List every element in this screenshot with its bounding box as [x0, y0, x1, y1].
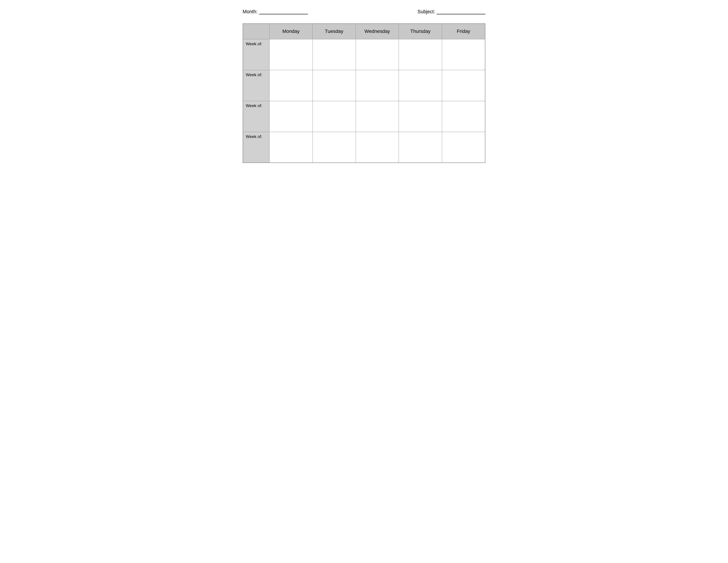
table-row: Week of: — [243, 39, 485, 70]
week-label-3: Week of: — [243, 101, 269, 132]
tuesday-cell-row4[interactable] — [313, 132, 356, 163]
tuesday-cell-row3[interactable] — [313, 101, 356, 132]
friday-cell-row3[interactable] — [442, 101, 485, 132]
column-header-row: Monday Tuesday Wednesday Thursday Friday — [243, 24, 485, 39]
subject-label: Subject: — [418, 9, 435, 15]
thursday-header: Thursday — [399, 24, 442, 39]
week-label-4: Week of: — [243, 132, 269, 163]
wednesday-cell-row2[interactable] — [356, 70, 399, 101]
table-row: Week of: — [243, 70, 485, 101]
thursday-cell-row4[interactable] — [399, 132, 442, 163]
monday-cell-row3[interactable] — [269, 101, 313, 132]
wednesday-cell-row1[interactable] — [356, 39, 399, 70]
friday-cell-row1[interactable] — [442, 39, 485, 70]
friday-cell-row2[interactable] — [442, 70, 485, 101]
calendar-table: Monday Tuesday Wednesday Thursday Friday… — [243, 23, 485, 163]
month-field: Month: — [243, 9, 308, 15]
week-label-2: Week of: — [243, 70, 269, 101]
empty-header-cell — [243, 24, 269, 39]
page-header: Month: Subject: — [243, 9, 485, 15]
subject-field: Subject: — [418, 9, 486, 15]
tuesday-cell-row2[interactable] — [313, 70, 356, 101]
subject-underline — [437, 9, 485, 14]
month-label: Month: — [243, 9, 257, 15]
thursday-cell-row3[interactable] — [399, 101, 442, 132]
wednesday-header: Wednesday — [356, 24, 399, 39]
monday-cell-row2[interactable] — [269, 70, 313, 101]
monday-cell-row1[interactable] — [269, 39, 313, 70]
monday-cell-row4[interactable] — [269, 132, 313, 163]
wednesday-cell-row4[interactable] — [356, 132, 399, 163]
wednesday-cell-row3[interactable] — [356, 101, 399, 132]
week-label-1: Week of: — [243, 39, 269, 70]
month-underline — [259, 9, 308, 14]
friday-header: Friday — [442, 24, 485, 39]
thursday-cell-row1[interactable] — [399, 39, 442, 70]
thursday-cell-row2[interactable] — [399, 70, 442, 101]
friday-cell-row4[interactable] — [442, 132, 485, 163]
table-row: Week of: — [243, 101, 485, 132]
tuesday-header: Tuesday — [313, 24, 356, 39]
table-row: Week of: — [243, 132, 485, 163]
tuesday-cell-row1[interactable] — [313, 39, 356, 70]
monday-header: Monday — [269, 24, 313, 39]
